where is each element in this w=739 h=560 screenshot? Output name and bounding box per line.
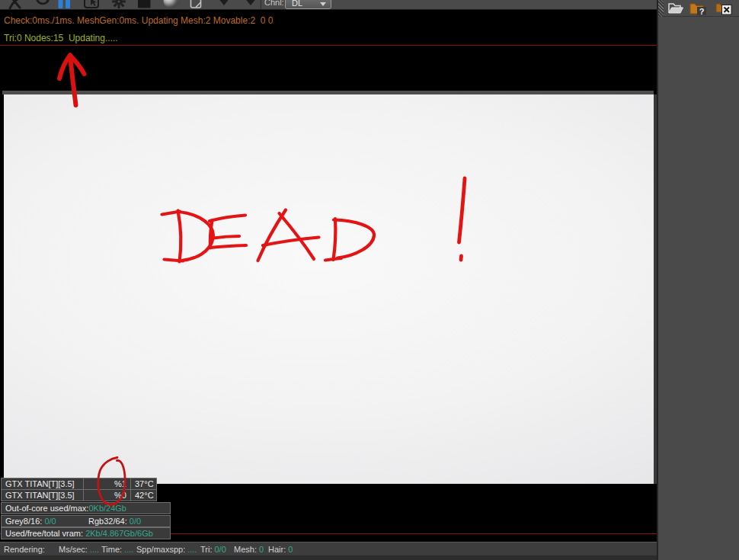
render-status-bar: Rendering: Ms/sec:.... Time:.... Spp/max… [0, 542, 657, 555]
stop-icon[interactable] [136, 0, 154, 10]
ms-label: Ms/sec: [59, 545, 88, 554]
channel-dropdown-value: DL [292, 0, 302, 9]
copy-page-icon[interactable] [187, 0, 206, 10]
spp-value: .... [187, 545, 197, 554]
ms-value: .... [90, 545, 99, 554]
gpu-name: GTX TITAN[T][3.5] [1, 489, 84, 501]
svg-text:?: ? [699, 7, 705, 16]
out-of-core-stat: Out-of-core used/max:0Kb/24Gb [1, 502, 171, 514]
hair-value: 0 [288, 545, 293, 554]
octane-render-window: Chnl: DL Check:0ms./1ms. MeshGen:0ms. Up… [0, 0, 739, 560]
drag-handle[interactable] [658, 0, 664, 17]
mesh-value: 0 [259, 545, 264, 554]
vram-label: Used/free/total vram: [5, 529, 83, 538]
open-folder-icon[interactable] [667, 1, 685, 16]
gpu-stats-row: GTX TITAN[T][3.5] %0 42°C [1, 489, 157, 501]
tri-value: 0/0 [214, 545, 226, 554]
mesh-check-status: Check:0ms./1ms. MeshGen:0ms. Updating Me… [4, 15, 274, 26]
channel-label: Chnl: [264, 0, 284, 7]
render-viewport-area: Chnl: DL Check:0ms./1ms. MeshGen:0ms. Up… [0, 0, 657, 560]
channel-dropdown[interactable]: DL [285, 0, 331, 9]
status-message-area: Check:0ms./1ms. MeshGen:0ms. Updating Me… [0, 11, 657, 94]
side-panel: ? [658, 0, 739, 560]
gpu-load: %0 [84, 489, 131, 501]
vram-stat: Used/free/total vram: 2Kb/4.867Gb/6Gb [1, 527, 171, 539]
export-close-icon[interactable] [715, 1, 733, 16]
side-panel-toolbar: ? [658, 0, 739, 17]
chevron-down-icon[interactable] [242, 0, 260, 10]
grey-rgb-stat: Grey8/16: 0/0 Rgb32/64: 0/0 [1, 515, 171, 527]
time-value: .... [124, 545, 133, 554]
gpu-load: %1 [84, 478, 131, 490]
refresh-icon[interactable] [34, 0, 52, 10]
tri-label: Tri: [200, 545, 212, 554]
grey-value: 0/0 [44, 517, 56, 526]
tri-nodes-status: Tri:0 Nodes:15 Updating..... [4, 33, 118, 43]
mesh-label: Mesh: [234, 545, 257, 554]
folder-question-icon[interactable]: ? [689, 1, 707, 16]
gpu-temp: 37°C [131, 478, 157, 490]
gpu-stats-row: GTX TITAN[T][3.5] %1 37°C [1, 478, 157, 490]
pause-icon[interactable] [57, 0, 75, 10]
chevron-down-icon [320, 2, 326, 6]
time-label: Time: [101, 545, 122, 554]
toolbar-divider [261, 0, 261, 10]
grey-label: Grey8/16: [5, 517, 42, 526]
pin-icon[interactable] [6, 0, 24, 10]
out-of-core-label: Out-of-core used/max: [5, 504, 88, 513]
rendering-label: Rendering: [4, 545, 45, 554]
hair-label: Hair: [268, 545, 286, 554]
gpu-name: GTX TITAN[T][3.5] [1, 478, 84, 490]
vram-value: 2Kb/4.867Gb/6Gb [85, 529, 153, 538]
rgb-label: Rgb32/64: [88, 517, 127, 526]
sphere-material-icon[interactable] [162, 0, 180, 10]
red-divider [0, 45, 657, 46]
render-image[interactable] [4, 94, 654, 484]
window-bottom-edge [0, 555, 657, 560]
viewport-toolbar: Chnl: DL [0, 0, 657, 10]
chevron-down-icon[interactable] [215, 0, 233, 10]
gpu-temp: 42°C [131, 489, 157, 501]
out-of-core-value: 0Kb/24Gb [88, 504, 126, 513]
rgb-value: 0/0 [130, 517, 141, 526]
spp-label: Spp/maxspp: [136, 545, 185, 554]
select-tool-icon[interactable] [83, 0, 101, 10]
gear-icon[interactable] [110, 0, 128, 10]
